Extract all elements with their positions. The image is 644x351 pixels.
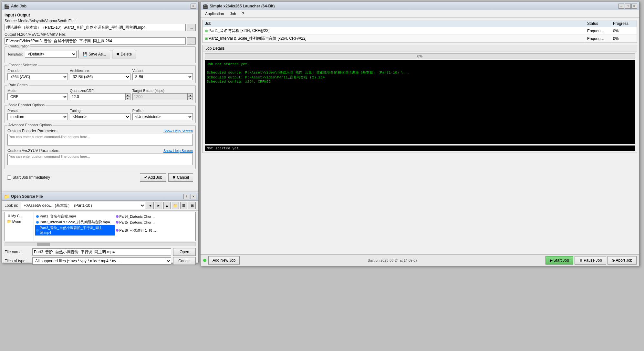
preset-select[interactable]: medium (7, 113, 68, 120)
open-source-icon: 📁 (4, 194, 9, 199)
launcher-bottom-bar: Add New Job Built on 2023-06-24 at 14:09… (201, 254, 639, 266)
abort-job-btn[interactable]: ⊗ Abort Job (608, 256, 637, 265)
launcher-title: Simple x264/x265 Launcher (64-Bit) (210, 4, 275, 8)
look-in-toolbar: Look in: F:\Asset\Video\… (基本篇）（Part1-10… (2, 201, 198, 211)
filename-label: File name: (5, 250, 30, 254)
new-folder-btn[interactable]: 📁 (172, 202, 179, 209)
nav-back-btn[interactable]: ◄ (147, 202, 154, 209)
log-area: Job not started yet. Scheduled source: F… (205, 60, 635, 144)
source-input[interactable] (5, 24, 186, 31)
add-new-job-btn[interactable]: Add New Job (208, 256, 240, 265)
job-row-1[interactable]: ⊞Part2_Interval & Scale_排列间隔与音阶 [x264, C… (203, 35, 637, 43)
folder-icon-my-computer: 🖥 (7, 214, 10, 218)
save-as-btn[interactable]: 💾 Save As... (78, 50, 110, 58)
dialog-cancel-btn[interactable]: Cancel (173, 257, 196, 265)
job-progress-0: 0% (611, 27, 637, 35)
menu-application[interactable]: Application (203, 11, 227, 17)
quantizer-down-btn[interactable]: ▼ (125, 97, 130, 100)
folder-iavoe[interactable]: 📁 iAvoe (6, 219, 32, 224)
bitrate-input[interactable] (132, 93, 188, 100)
filename-input[interactable] (32, 248, 171, 256)
custom-avs2yuv-help[interactable]: Show Help Screen (163, 149, 193, 153)
file-entry-1[interactable]: Part2_Interval & Scale_排列间隔与音阶.mp4 (35, 219, 115, 225)
file-dot-0 (36, 215, 39, 218)
add-job-close-btn[interactable]: ✕ (191, 4, 196, 9)
file-entry-3[interactable]: Part4_Diatonic Chor… (115, 214, 194, 219)
open-btn[interactable]: Open (173, 248, 196, 256)
custom-params-textarea[interactable] (7, 134, 193, 145)
custom-params-help[interactable]: Show Help Screen (163, 129, 193, 133)
quantizer-label: Quantizer/CRF: (70, 89, 130, 93)
menu-help[interactable]: ? (239, 11, 247, 17)
tuning-label: Tuning: (70, 109, 130, 113)
detail-view-btn[interactable]: ⊞ (189, 202, 196, 209)
launcher-maximize-btn[interactable]: □ (625, 4, 631, 9)
output-browse-btn[interactable]: … (187, 37, 196, 45)
custom-avs2yuv-textarea[interactable] (7, 154, 193, 165)
output-input[interactable] (5, 37, 186, 45)
launcher-minimize-btn[interactable]: ─ (618, 4, 624, 9)
open-source-close-btn[interactable]: ✕ (191, 194, 196, 199)
status-line: Not started yet. (205, 145, 635, 151)
variant-select[interactable]: 8-Bit (132, 73, 193, 80)
nav-up-btn[interactable]: ▲ (163, 202, 171, 209)
not-started-label: Not started yet. (207, 146, 241, 150)
horizontal-scrollbar[interactable] (5, 242, 196, 246)
status-dot (203, 259, 206, 262)
tuning-select[interactable]: <None> (70, 113, 130, 120)
start-job-btn[interactable]: ▶ Start Job (545, 256, 573, 265)
profile-select[interactable]: <Unrestricted> (132, 113, 193, 120)
template-select[interactable]: <Default> (25, 51, 77, 58)
open-source-help-btn[interactable]: ? (183, 194, 189, 199)
template-label: Template: (7, 52, 23, 56)
cancel-btn[interactable]: ✖ Cancel (168, 173, 193, 182)
mode-label: Mode: (7, 89, 68, 93)
open-source-title-bar: 📁 Open Source File ? ✕ (2, 192, 198, 201)
nav-forward-btn[interactable]: ► (155, 202, 162, 209)
open-source-title: Open Source File (11, 194, 43, 199)
rate-control-group: Rate Control Mode: CRF Quantizer/CRF: (5, 85, 196, 103)
delete-btn[interactable]: ✖ Delete (112, 50, 136, 58)
encoder-select[interactable]: x264 (AVC) (7, 73, 68, 80)
look-in-combo[interactable]: F:\Asset\Video\… (基本篇）（Part1-10） (21, 202, 145, 209)
custom-params-label: Custom Encoder Parameters: (7, 129, 58, 133)
encoder-selection-title: Encoder Selection (7, 63, 38, 67)
mode-select[interactable]: CRF (7, 93, 68, 100)
col-status: Status (585, 20, 611, 27)
pause-job-btn[interactable]: ⏸ Pause Job (575, 256, 606, 265)
file-entry-2[interactable]: Part3_音阶_自然小调音阶_平行调_同主调.mp4 (35, 225, 115, 236)
bitrate-down-btn[interactable]: ▼ (188, 97, 193, 100)
encoder-selection-group: Encoder Selection Encoder: x264 (AVC) Ar… (5, 65, 196, 83)
file-entry-4[interactable]: Part5_Diatonic Chor… (115, 219, 194, 225)
quantizer-up-btn[interactable]: ▲ (125, 93, 130, 97)
add-job-btn[interactable]: ✔ Add Job (140, 173, 167, 182)
menu-job[interactable]: Job (227, 11, 239, 17)
job-icon-1: ⊞ (205, 37, 208, 40)
job-row-0[interactable]: ⊞Part1_音名与音程 [x264, CRF@22] Enqueu… 0% (203, 27, 637, 35)
basic-encoder-group: Basic Encoder Options Preset: medium Tun… (5, 105, 196, 123)
launcher-close-btn[interactable]: ✕ (631, 4, 637, 9)
rate-control-title: Rate Control (7, 83, 29, 87)
job-name-0: Part1_音名与音程 [x264, CRF@22] (209, 28, 269, 33)
architecture-label: Architecture: (70, 69, 130, 73)
file-entry-0[interactable]: Part1_音名与音程.mp4 (35, 214, 115, 219)
source-browse-btn[interactable]: … (187, 24, 196, 31)
architecture-select[interactable]: 32-Bit (x86) (70, 73, 130, 80)
job-name-1: Part2_Interval & Scale_排列间隔与音阶 [x264, CR… (209, 36, 306, 41)
list-view-btn[interactable]: ☰ (180, 202, 187, 209)
folder-my-computer[interactable]: 🖥 My C... (6, 214, 32, 218)
job-table: Job Status Progress ⊞Part1_音名与音程 [x264, … (203, 20, 637, 43)
file-browser: 🖥 My C... 📁 iAvoe Part1_音名与音程.mp4 Part4_… (5, 212, 196, 241)
file-dot-1 (36, 221, 39, 224)
start-immediately-label: Start Job Immediately (13, 175, 50, 180)
quantizer-input[interactable] (70, 93, 125, 100)
start-immediately-checkbox[interactable] (7, 176, 11, 180)
advanced-encoder-group: Advanced Encoder Options Custom Encoder … (5, 125, 196, 169)
add-job-bottom-bar: Start Job Immediately ✔ Add Job ✖ Cancel (5, 171, 196, 184)
add-job-title: Add Job (11, 4, 26, 8)
file-entry-5[interactable]: Part6_和弦进行 1_顾… (115, 225, 194, 236)
look-in-label: Look in: (5, 203, 18, 208)
filetype-combo[interactable]: All supported files (*.avs *.vpy *.mkv *… (32, 257, 171, 265)
bitrate-up-btn[interactable]: ▲ (188, 93, 193, 97)
job-status-0: Enqueu… (585, 27, 611, 35)
